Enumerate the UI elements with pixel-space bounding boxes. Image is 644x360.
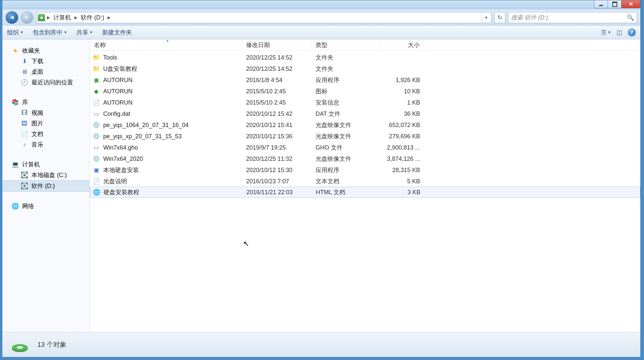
- file-row[interactable]: 💿pe_yqs_1064_20_07_31_16_042020/10/12 15…: [90, 119, 640, 131]
- file-type: 光盘映像文件: [312, 121, 381, 129]
- search-placeholder: 搜索 软件 (D:): [511, 14, 548, 22]
- file-size: 2,900,813 ...: [381, 144, 424, 151]
- chevron-down-icon: ▼: [608, 30, 611, 34]
- file-date: 2020/12/25 14:52: [242, 66, 312, 72]
- toolbar: 组织▼ 包含到库中▼ 共享▼ 新建文件夹 ☰ ▼ ◫ ?: [2, 25, 640, 39]
- svg-point-2: [17, 346, 23, 349]
- address-bar[interactable]: ◆ ▶ 计算机 ▶ 软件 (D:) ▶ ▾: [36, 12, 492, 23]
- file-name: AUTORUN: [103, 88, 133, 95]
- view-menu[interactable]: ☰ ▼: [601, 28, 611, 37]
- sidebar-item-recent[interactable]: 🕘最近访问的位置: [2, 77, 90, 88]
- minimize-button[interactable]: [594, 0, 608, 8]
- download-icon: ⬇: [21, 58, 28, 65]
- sidebar-item-drive-c[interactable]: 💽本地磁盘 (C:): [2, 170, 90, 180]
- file-row[interactable]: 📄光盘说明2016/10/23 7:07文本文档5 KB: [90, 176, 640, 187]
- file-row[interactable]: 📁U盘安装教程2020/12/25 14:52文件夹: [90, 63, 640, 74]
- close-button[interactable]: [621, 0, 640, 8]
- file-name: 硬盘安装教程: [104, 188, 139, 196]
- music-icon: ♪: [21, 141, 28, 148]
- search-input[interactable]: 搜索 软件 (D:) 🔍: [508, 12, 637, 23]
- include-library-menu[interactable]: 包含到库中▼: [33, 28, 67, 36]
- file-type: 应用程序: [312, 166, 381, 174]
- sidebar-favorites[interactable]: ★收藏夹: [2, 45, 90, 56]
- search-icon: 🔍: [627, 14, 634, 21]
- file-type: 安装信息: [312, 99, 381, 107]
- drive-large-icon: [10, 335, 29, 354]
- navigation-sidebar: ★收藏夹 ⬇下载 🖥桌面 🕘最近访问的位置 📚库 🎞视频 🖼图片 📄文档 ♪音乐…: [2, 39, 90, 332]
- file-row[interactable]: 💿pe_yqs_xp_20_07_31_15_532020/10/12 15:3…: [90, 131, 640, 142]
- column-date[interactable]: 修改日期: [242, 39, 312, 50]
- share-menu[interactable]: 共享▼: [76, 28, 93, 36]
- file-type: 光盘映像文件: [312, 132, 381, 140]
- file-row[interactable]: ▭Win7x64.gho2019/9/7 19:25GHO 文件2,900,81…: [90, 142, 640, 153]
- sidebar-item-drive-d[interactable]: 💽软件 (D:): [2, 180, 90, 192]
- column-size[interactable]: 大小: [381, 39, 424, 50]
- drive-icon: ◆: [38, 14, 45, 21]
- file-date: 2020/12/25 11:32: [242, 156, 312, 162]
- sidebar-item-documents[interactable]: 📄文档: [2, 129, 90, 139]
- file-date: 2020/10/12 15:42: [242, 111, 312, 117]
- file-name: 本地硬盘安装: [103, 166, 139, 174]
- file-date: 2019/9/7 19:25: [242, 144, 312, 151]
- file-row[interactable]: 💿Win7x64_20202020/12/25 11:32光盘映像文件3,874…: [90, 153, 640, 164]
- star-icon: ★: [12, 47, 19, 54]
- sidebar-computer[interactable]: 💻计算机: [2, 159, 90, 170]
- video-icon: 🎞: [21, 109, 28, 116]
- file-row[interactable]: ▣AUTORUN2016/1/8 4:54应用程序1,926 KB: [90, 74, 640, 86]
- file-date: 2020/12/25 14:52: [242, 54, 312, 61]
- sidebar-item-music[interactable]: ♪音乐: [2, 139, 90, 150]
- file-row[interactable]: 📄AUTORUN2015/5/10 2:45安装信息1 KB: [90, 97, 640, 108]
- file-name: Tools: [103, 54, 117, 61]
- file-size: 1,926 KB: [381, 77, 424, 84]
- back-button[interactable]: ◄: [6, 11, 18, 24]
- status-text: 13 个对象: [37, 340, 66, 349]
- chevron-down-icon: ▼: [20, 30, 23, 34]
- file-size: 5 KB: [381, 178, 424, 185]
- sidebar-item-downloads[interactable]: ⬇下载: [2, 56, 90, 67]
- file-size: 3,874,126 ...: [381, 156, 424, 162]
- file-type: 图标: [312, 87, 381, 95]
- file-list: 📁Tools2020/12/25 14:52文件夹📁U盘安装教程2020/12/…: [90, 51, 640, 332]
- address-dropdown-icon[interactable]: ▾: [482, 12, 490, 23]
- computer-icon: 💻: [12, 161, 19, 168]
- chevron-down-icon: ▼: [90, 30, 93, 34]
- organize-menu[interactable]: 组织▼: [7, 28, 23, 36]
- explorer-window: ◄ ► ◆ ▶ 计算机 ▶ 软件 (D:) ▶ ▾ ↻ 搜索 软件 (D:) 🔍…: [2, 0, 641, 357]
- preview-pane-button[interactable]: ◫: [615, 28, 624, 37]
- file-name: U盘安装教程: [103, 65, 137, 73]
- main-area: ★收藏夹 ⬇下载 🖥桌面 🕘最近访问的位置 📚库 🎞视频 🖼图片 📄文档 ♪音乐…: [2, 39, 640, 332]
- help-button[interactable]: ?: [628, 28, 636, 36]
- file-row[interactable]: 📁Tools2020/12/25 14:52文件夹: [90, 52, 640, 63]
- file-row[interactable]: 🌐硬盘安装教程2016/11/21 22:03HTML 文档3 KB: [90, 187, 640, 198]
- sidebar-network[interactable]: 🌐网络: [2, 201, 90, 211]
- sidebar-item-pictures[interactable]: 🖼图片: [2, 118, 90, 129]
- forward-button[interactable]: ►: [21, 11, 33, 24]
- maximize-button[interactable]: [608, 0, 622, 8]
- drive-icon: 💽: [21, 171, 28, 179]
- sidebar-libraries[interactable]: 📚库: [2, 97, 90, 108]
- breadcrumb-sep-icon: ▶: [47, 15, 50, 20]
- drive-icon: 💽: [21, 182, 28, 190]
- file-date: 2016/1/8 4:54: [242, 77, 312, 84]
- chevron-down-icon: ▼: [64, 30, 67, 34]
- column-type[interactable]: 类型: [312, 39, 381, 50]
- file-row[interactable]: ▭Config.dat2020/10/12 15:42DAT 文件36 KB: [90, 108, 640, 119]
- file-name: AUTORUN: [103, 99, 133, 106]
- file-size: 652,072 KB: [381, 122, 424, 129]
- sidebar-item-desktop[interactable]: 🖥桌面: [2, 67, 90, 77]
- file-size: 10 KB: [381, 88, 424, 95]
- breadcrumb-drive[interactable]: 软件 (D:): [79, 14, 106, 22]
- sidebar-item-videos[interactable]: 🎞视频: [2, 108, 90, 118]
- titlebar: [2, 0, 640, 10]
- column-name[interactable]: 名称▲: [90, 39, 242, 50]
- new-folder-button[interactable]: 新建文件夹: [102, 28, 132, 36]
- file-type: 光盘映像文件: [312, 155, 381, 163]
- refresh-button[interactable]: ↻: [494, 12, 505, 23]
- file-name: pe_yqs_1064_20_07_31_16_04: [103, 122, 189, 129]
- file-name: 光盘说明: [103, 177, 127, 185]
- recent-icon: 🕘: [21, 79, 28, 86]
- file-row[interactable]: ▣本地硬盘安装2020/10/12 15:30应用程序28,315 KB: [90, 164, 640, 176]
- file-size: 279,696 KB: [381, 133, 424, 140]
- file-row[interactable]: ◆AUTORUN2015/5/10 2:45图标10 KB: [90, 86, 640, 97]
- breadcrumb-computer[interactable]: 计算机: [52, 14, 72, 22]
